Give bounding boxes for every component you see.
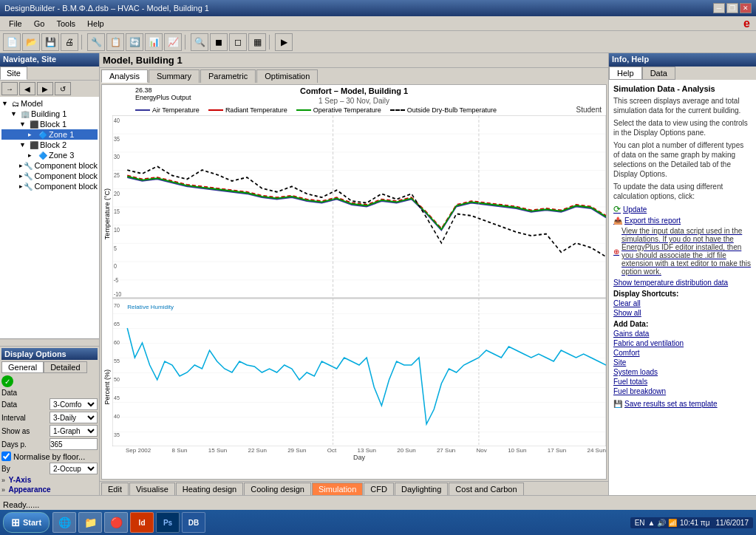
show-temp-link[interactable]: Show temperature distribution data: [613, 279, 752, 287]
do-show-select[interactable]: 1-Graph: [50, 425, 98, 437]
do-section-yaxis[interactable]: » Y-Axis: [1, 476, 98, 484]
taskbar-designbuilder[interactable]: DB: [182, 512, 205, 533]
svg-text:55: 55: [114, 358, 120, 364]
expand-zone3[interactable]: ▸: [28, 151, 38, 159]
toolbar-tool5[interactable]: 📈: [164, 33, 182, 51]
tab-simulation[interactable]: Simulation: [312, 483, 363, 495]
tree-block1-label: Block 1: [40, 120, 67, 129]
toolbar-geo3[interactable]: ▦: [248, 33, 266, 51]
taskbar-explorer[interactable]: 📁: [78, 512, 102, 533]
tree-scrollbar[interactable]: [0, 338, 99, 346]
clear-all-link[interactable]: Clear all: [613, 299, 752, 307]
tab-cfd[interactable]: CFD: [364, 483, 394, 495]
window-controls[interactable]: ─ ❐ ✕: [713, 3, 752, 13]
do-tab-detailed[interactable]: Detailed: [44, 361, 86, 373]
apply-check-button[interactable]: ✓: [1, 375, 13, 387]
restore-button[interactable]: ❐: [726, 3, 738, 13]
tree-block1[interactable]: ▼ ⬛ Block 1: [1, 119, 98, 129]
nav-left[interactable]: ◀: [19, 82, 35, 95]
do-tab-general[interactable]: General: [1, 361, 44, 373]
toolbar-sim[interactable]: ▶: [275, 33, 293, 51]
tab-cost[interactable]: Cost and Carbon: [449, 483, 523, 495]
tab-cooling[interactable]: Cooling design: [244, 483, 311, 495]
fabric-vent-link[interactable]: Fabric and ventilation: [613, 339, 752, 347]
do-interval-select[interactable]: 3-Daily: [50, 412, 98, 423]
legend-radiant-line: [208, 109, 223, 111]
close-button[interactable]: ✕: [740, 3, 752, 13]
tree-comp1[interactable]: ▸ 🔧 Component block: [1, 160, 98, 171]
tab-parametric[interactable]: Parametric: [200, 69, 256, 83]
tab-summary[interactable]: Summary: [149, 69, 200, 83]
taskbar-indesign[interactable]: Id: [130, 512, 154, 533]
do-data-select[interactable]: 3-Comfo: [50, 398, 98, 410]
toolbar-geo1[interactable]: ◼: [210, 33, 228, 51]
view-input-link[interactable]: ⊕ View the input data script used in the…: [613, 227, 752, 276]
nav-refresh[interactable]: ↺: [55, 82, 71, 95]
legend-outside-line: [390, 109, 405, 111]
show-all-link[interactable]: Show all: [613, 309, 752, 317]
tree-comp3[interactable]: ▸ 🔧 Component block: [1, 181, 98, 191]
export-link[interactable]: 📤 Export this report: [613, 217, 752, 225]
menu-tools[interactable]: Tools: [50, 18, 81, 29]
tree-model[interactable]: ▼ 🗂 Model: [1, 98, 98, 109]
tab-optimisation[interactable]: Optimisation: [256, 69, 318, 83]
update-link[interactable]: ⟳ Update: [613, 204, 752, 214]
system-loads-link[interactable]: System loads: [613, 368, 752, 376]
expand-block2[interactable]: ▼: [19, 141, 30, 149]
svg-text:40: 40: [114, 117, 120, 124]
expand-model[interactable]: ▼: [1, 100, 12, 107]
svg-text:20: 20: [114, 190, 120, 197]
toolbar-tool1[interactable]: 🔧: [87, 33, 105, 51]
do-section-appearance[interactable]: » Appearance: [1, 485, 98, 494]
toolbar-tool2[interactable]: 📋: [106, 33, 124, 51]
tab-daylighting[interactable]: Daylighting: [395, 483, 448, 495]
toolbar-save[interactable]: 💾: [41, 33, 59, 51]
tree-block2[interactable]: ▼ ⬛ Block 2: [1, 140, 98, 150]
toolbar-tool4[interactable]: 📊: [145, 33, 163, 51]
menu-help[interactable]: Help: [81, 18, 110, 29]
toolbar-open[interactable]: 📂: [22, 33, 40, 51]
tree-comp2[interactable]: ▸ 🔧 Component block: [1, 171, 98, 181]
tab-heating[interactable]: Heating design: [176, 483, 243, 495]
expand-zone1[interactable]: ▸: [28, 131, 38, 138]
toolbar-new[interactable]: 📄: [3, 33, 21, 51]
tab-visualise[interactable]: Visualise: [129, 483, 175, 495]
tree-comp3-label: Component block: [34, 182, 98, 191]
expand-block1[interactable]: ▼: [19, 120, 30, 128]
gains-data-link[interactable]: Gains data: [613, 330, 752, 338]
tab-data[interactable]: Data: [642, 67, 675, 80]
menu-file[interactable]: File: [3, 18, 28, 29]
tab-help[interactable]: Help: [609, 67, 642, 80]
tab-site[interactable]: Site: [0, 67, 27, 80]
do-days-input[interactable]: [50, 438, 98, 450]
menu-go[interactable]: Go: [28, 18, 51, 29]
y-axis-percent-label: Percent (%): [103, 369, 111, 405]
nav-right[interactable]: ▶: [37, 82, 53, 95]
start-button[interactable]: ⊞ Start: [3, 512, 50, 533]
tab-analysis[interactable]: Analysis: [101, 69, 148, 83]
tree-building1[interactable]: ▼ 🏢 Building 1: [1, 109, 98, 119]
save-results-link[interactable]: Save results set as template: [624, 400, 718, 408]
do-by-select[interactable]: 2-Occup: [50, 463, 98, 474]
toolbar-tool3[interactable]: 🔄: [126, 33, 143, 51]
data-section-label: Data: [1, 389, 50, 397]
toolbar-print[interactable]: 🖨: [61, 33, 78, 51]
toolbar-geo2[interactable]: ◻: [229, 33, 247, 51]
tree-building1-label: Building 1: [31, 109, 67, 118]
taskbar-ie[interactable]: 🌐: [52, 512, 76, 533]
taskbar-chrome[interactable]: 🔴: [104, 512, 128, 533]
taskbar-photoshop[interactable]: Ps: [156, 512, 180, 533]
tree-zone3[interactable]: ▸ 🔷 Zone 3: [1, 150, 98, 160]
tree-zone1[interactable]: ▸ 🔷 Zone 1: [1, 129, 98, 140]
comfort-link[interactable]: Comfort: [613, 349, 752, 357]
tab-edit[interactable]: Edit: [101, 483, 129, 495]
nav-back[interactable]: →: [1, 82, 18, 95]
toolbar-zoom[interactable]: 🔍: [191, 33, 208, 51]
fuel-totals-link[interactable]: Fuel totals: [613, 378, 752, 386]
appearance-expand-icon: »: [1, 486, 5, 494]
fuel-breakdown-link[interactable]: Fuel breakdown: [613, 387, 752, 395]
minimize-button[interactable]: ─: [713, 3, 725, 13]
expand-building1[interactable]: ▼: [10, 110, 21, 117]
do-normalise-checkbox[interactable]: [1, 451, 11, 461]
site-link[interactable]: Site: [613, 358, 752, 367]
